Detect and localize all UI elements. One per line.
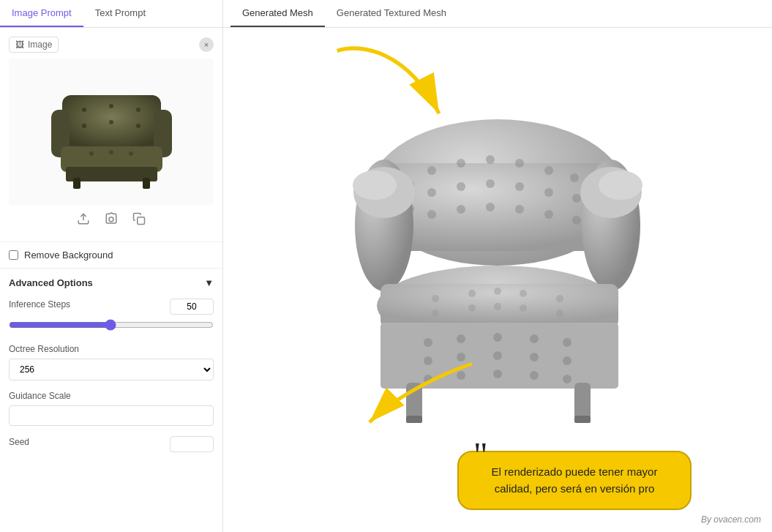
svg-point-41 [572, 216, 581, 225]
tab-generated-textured-mesh[interactable]: Generated Textured Mesh [325, 0, 458, 27]
upload-button[interactable] [77, 212, 90, 225]
remove-background-label[interactable]: Remove Background [24, 250, 113, 261]
image-label: 🖼 Image [9, 37, 59, 53]
svg-point-57 [494, 303, 501, 310]
svg-point-54 [556, 295, 563, 302]
svg-point-59 [556, 310, 563, 317]
guidance-scale-option: Guidance Scale 5,5 [9, 391, 214, 426]
svg-point-4 [82, 124, 86, 128]
right-tabs: Generated Mesh Generated Textured Mesh [223, 0, 772, 28]
octree-resolution-select[interactable]: 128 256 512 [9, 359, 214, 381]
svg-point-38 [486, 203, 495, 211]
svg-point-27 [570, 173, 579, 182]
image-upload-area: 🖼 Image × [0, 28, 222, 241]
svg-point-31 [486, 179, 495, 188]
svg-point-5 [109, 120, 113, 124]
mesh-viewport: " El renderizado puede tener mayor calid… [223, 28, 772, 532]
svg-point-75 [563, 375, 571, 383]
svg-point-40 [544, 210, 553, 219]
remove-background-checkbox[interactable] [9, 250, 18, 260]
tab-generated-mesh[interactable]: Generated Mesh [231, 0, 325, 27]
svg-point-34 [572, 194, 581, 203]
svg-point-2 [109, 104, 113, 108]
svg-point-69 [530, 353, 539, 361]
svg-point-36 [427, 210, 436, 219]
copy-button[interactable] [132, 212, 146, 225]
inference-steps-option: Inference Steps 50 [9, 299, 214, 334]
image-actions [9, 205, 214, 233]
close-image-button[interactable]: × [199, 37, 214, 52]
svg-point-63 [493, 333, 502, 342]
seed-option: Seed 1234 [9, 436, 214, 452]
tab-text-prompt[interactable]: Text Prompt [83, 0, 157, 27]
svg-point-29 [427, 188, 436, 197]
svg-point-62 [457, 334, 465, 343]
svg-point-33 [544, 188, 553, 197]
svg-point-17 [109, 217, 113, 222]
chair-preview-image [48, 73, 176, 190]
image-icon: 🖼 [15, 40, 24, 50]
octree-resolution-option: Octree Resolution 128 256 512 [9, 344, 214, 381]
svg-point-55 [432, 310, 439, 317]
svg-point-74 [530, 371, 539, 380]
svg-point-65 [563, 338, 571, 347]
svg-point-32 [515, 182, 524, 191]
left-panel: Image Prompt Text Prompt 🖼 Image × [0, 0, 223, 532]
right-panel: Generated Mesh Generated Textured Mesh [223, 0, 772, 532]
svg-point-64 [530, 334, 539, 343]
svg-point-3 [136, 108, 140, 112]
advanced-options-header[interactable]: Advanced Options ▼ [9, 277, 214, 288]
svg-point-15 [129, 151, 133, 156]
svg-rect-12 [143, 178, 150, 189]
collapse-icon: ▼ [204, 277, 214, 288]
svg-point-53 [520, 290, 527, 297]
svg-point-44 [353, 171, 397, 200]
left-tabs: Image Prompt Text Prompt [0, 0, 222, 28]
image-preview [9, 59, 214, 205]
svg-point-14 [109, 150, 113, 154]
svg-point-30 [457, 182, 465, 191]
tab-image-prompt[interactable]: Image Prompt [0, 0, 83, 27]
svg-point-47 [599, 171, 642, 200]
svg-point-37 [457, 205, 465, 214]
svg-point-24 [486, 155, 495, 164]
guidance-scale-input[interactable]: 5,5 [9, 405, 214, 426]
svg-point-1 [82, 108, 86, 112]
bottom-arrow [340, 349, 501, 444]
svg-point-39 [515, 205, 524, 214]
svg-rect-11 [73, 178, 80, 189]
svg-point-70 [563, 356, 571, 365]
svg-point-6 [136, 124, 140, 128]
seed-input[interactable]: 1234 [170, 436, 214, 452]
svg-point-61 [424, 338, 432, 347]
svg-point-50 [432, 295, 439, 302]
svg-point-58 [520, 304, 527, 312]
remove-background-section: Remove Background [0, 241, 222, 268]
advanced-options-section: Advanced Options ▼ Inference Steps 50 Oc… [0, 268, 222, 471]
svg-point-26 [544, 166, 553, 175]
svg-rect-18 [138, 217, 145, 225]
svg-point-23 [457, 159, 465, 168]
svg-rect-79 [574, 416, 591, 423]
quote-marks: " [473, 438, 488, 473]
svg-point-51 [468, 290, 476, 297]
svg-point-25 [515, 159, 524, 168]
camera-button[interactable] [105, 212, 118, 225]
svg-point-13 [89, 151, 94, 156]
inference-steps-input[interactable]: 50 [170, 299, 214, 315]
inference-steps-slider[interactable] [9, 319, 214, 331]
svg-rect-77 [574, 383, 591, 419]
svg-point-22 [427, 166, 436, 175]
svg-point-56 [468, 304, 476, 312]
speech-bubble: " El renderizado puede tener mayor calid… [457, 451, 692, 510]
by-ovacen-label: By ovacen.com [701, 514, 761, 525]
svg-point-52 [494, 288, 501, 295]
